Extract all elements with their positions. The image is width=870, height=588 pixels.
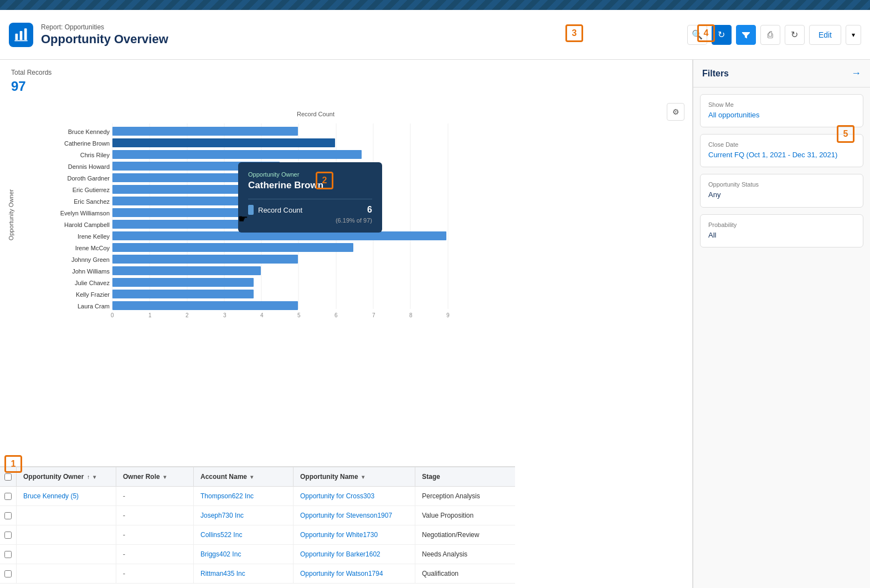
td-opportunity: Opportunity for Watson1794 [294,564,415,583]
header-left: Report: Opportunities Opportunity Overvi… [9,23,168,47]
td-role: - [116,545,194,564]
svg-rect-43 [112,150,362,159]
header-title-group: Report: Opportunities Opportunity Overvi… [41,23,168,47]
td-role: - [116,525,194,544]
tooltip-bar-icon [248,205,254,215]
account-link[interactable]: Joseph730 Inc [200,512,244,519]
probability-value: All [708,230,855,240]
header: Report: Opportunities Opportunity Overvi… [0,10,870,60]
td-stage: Value Proposition [415,506,515,525]
account-dropdown-icon[interactable]: ▾ [250,474,253,480]
svg-text:Catherine Brown: Catherine Brown [64,140,110,147]
opp-dropdown-icon[interactable]: ▾ [362,474,364,480]
account-link[interactable]: Briggs402 Inc [200,550,241,558]
svg-text:Irene Kelley: Irene Kelley [78,233,110,240]
row-select-checkbox[interactable] [4,493,12,500]
edit-button[interactable]: Edit [809,25,841,45]
owner-link[interactable]: Bruce Kennedy (5) [23,492,79,500]
svg-text:Kelly Frazier: Kelly Frazier [76,291,110,298]
account-link[interactable]: Collins522 Inc [200,531,242,539]
tooltip-label: Opportunity Owner [248,171,372,178]
table-body: Bruce Kennedy (5) - Thompson622 Inc Oppo… [0,487,515,586]
total-records-section: Total Records 97 [0,60,692,99]
svg-text:7: 7 [372,312,375,318]
td-opportunity: Opportunity for Stevenson1907 [294,506,415,525]
page-title: Opportunity Overview [41,32,168,47]
filter-show-me[interactable]: Show Me All opportunities [700,94,863,127]
td-owner [17,564,116,583]
opportunity-link[interactable]: Opportunity for Stevenson1907 [300,512,392,519]
td-account: Collins522 Inc [194,525,294,544]
svg-text:Evelyn Williamson: Evelyn Williamson [60,210,110,216]
td-owner [17,506,116,525]
tooltip-percent: (6.19% of 97) [248,217,372,224]
table-row: - Joseph730 Inc Opportunity for Stevenso… [0,506,515,525]
share-button[interactable]: ⎙ [760,25,780,45]
svg-rect-51 [112,243,353,252]
probability-label: Probability [708,221,855,228]
svg-text:0: 0 [111,312,114,318]
row-select-checkbox[interactable] [4,551,12,558]
svg-text:2: 2 [186,312,189,318]
sidebar-header: Filters → [693,60,870,87]
tooltip-count-value: 6 [367,205,372,215]
account-link[interactable]: Rittman435 Inc [200,570,245,577]
svg-text:Laura Cram: Laura Cram [78,303,110,310]
th-owner-role: Owner Role ▾ [116,467,194,486]
role-dropdown-icon[interactable]: ▾ [163,474,166,480]
opportunity-link[interactable]: Opportunity for Watson1794 [300,570,383,577]
row-checkbox [0,506,17,525]
svg-rect-54 [112,278,254,287]
opportunity-link[interactable]: Opportunity for Barker1602 [300,550,380,558]
svg-text:6: 6 [334,312,338,318]
svg-text:John Williams: John Williams [72,268,110,275]
svg-rect-50 [112,231,446,240]
svg-text:Doroth Gardner: Doroth Gardner [68,175,110,182]
opportunity-link[interactable]: Opportunity for Cross303 [300,492,374,500]
tooltip-name: Catherine Brown [248,180,372,191]
reload-button[interactable]: ↻ [785,25,805,45]
show-me-value: All opportunities [708,110,855,120]
filters-title: Filters [702,69,729,79]
tooltip-count-label: Record Count [258,206,363,214]
row-select-checkbox[interactable] [4,512,12,519]
account-link[interactable]: Thompson622 Inc [200,492,254,500]
chart-container: ⚙ Opportunity Owner Record Count 0 1 2 3… [0,99,692,331]
row-select-checkbox[interactable] [4,532,12,539]
svg-rect-0 [16,33,18,40]
svg-text:Opportunity Owner: Opportunity Owner [8,189,14,241]
td-account: Joseph730 Inc [194,506,294,525]
svg-text:8: 8 [409,312,413,318]
sort-asc-icon[interactable]: ↑ [87,474,90,480]
main-area: Total Records 97 ⚙ Opportunity Owner Rec… [0,60,870,588]
svg-text:Eric Sanchez: Eric Sanchez [74,198,110,205]
filter-opportunity-status[interactable]: Opportunity Status Any [700,174,863,207]
refresh-button[interactable]: ↻ [712,25,732,45]
td-stage: Perception Analysis [415,487,515,506]
svg-rect-53 [112,266,261,275]
table-row: - Briggs402 Inc Opportunity for Barker16… [0,545,515,564]
td-account: Briggs402 Inc [194,545,294,564]
svg-text:Harold Campbell: Harold Campbell [64,221,110,228]
th-checkbox [0,467,17,486]
td-stage: Qualification [415,564,515,583]
show-me-label: Show Me [708,101,855,108]
td-owner: Bruce Kennedy (5) [17,487,116,506]
chart-area: Total Records 97 ⚙ Opportunity Owner Rec… [0,60,693,588]
app-icon [9,23,33,47]
chart-settings-button[interactable]: ⚙ [667,103,684,121]
row-select-checkbox[interactable] [4,570,12,577]
td-role: - [116,564,194,583]
select-all-checkbox[interactable] [4,473,12,481]
filter-probability[interactable]: Probability All [700,214,863,247]
td-owner [17,545,116,564]
owner-dropdown-icon[interactable]: ▾ [93,474,96,480]
dropdown-button[interactable]: ▾ [846,25,861,45]
filter-button[interactable] [736,25,756,45]
svg-text:4: 4 [260,312,264,318]
svg-text:Bruce Kennedy: Bruce Kennedy [68,128,110,135]
opp-status-value: Any [708,190,855,200]
opportunity-link[interactable]: Opportunity for White1730 [300,531,378,539]
search-button[interactable]: 🔍 [687,25,707,45]
filter-close-date[interactable]: Close Date Current FQ (Oct 1, 2021 - Dec… [700,134,863,167]
